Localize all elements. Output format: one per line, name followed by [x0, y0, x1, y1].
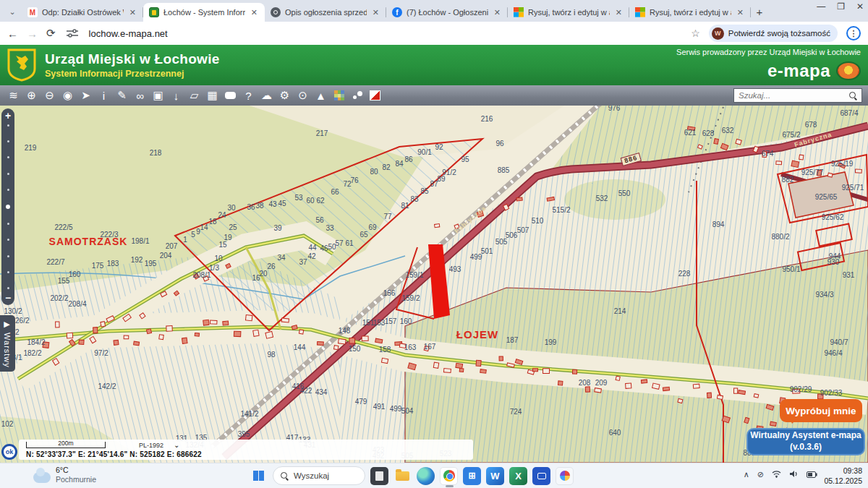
tab-close-icon[interactable]: ✕: [128, 8, 137, 17]
svg-text:25: 25: [229, 223, 237, 231]
tool-settings-icon[interactable]: ⚙: [276, 87, 294, 104]
zoom-control[interactable]: + −: [1, 108, 14, 305]
window-close-button[interactable]: ✕: [856, 1, 864, 12]
svg-text:SAMOTRZASK: SAMOTRZASK: [49, 236, 128, 247]
svg-text:902/33: 902/33: [820, 389, 843, 397]
identity-confirm-pill[interactable]: W Potwierdź swoją tożsamość: [709, 25, 838, 42]
battery-icon[interactable]: [807, 471, 817, 479]
tool-search-tool-icon[interactable]: ⊙: [294, 87, 312, 104]
tool-pin-icon[interactable]: ↓: [167, 87, 185, 104]
back-button[interactable]: ←: [7, 27, 18, 40]
browser-tab-4[interactable]: Rysuj, twórz i edytuj w apl✕: [508, 3, 629, 22]
tool-pointer-icon[interactable]: ➤: [77, 87, 95, 104]
site-header: Urząd Miejski w Łochowie System Informac…: [0, 45, 868, 85]
file-explorer-icon[interactable]: [393, 467, 412, 485]
tool-select-area-icon[interactable]: ◉: [59, 87, 77, 104]
tab-close-icon[interactable]: ✕: [736, 8, 745, 17]
tool-north-arrow-icon[interactable]: ▲: [312, 87, 330, 104]
bookmark-star-icon[interactable]: ☆: [691, 27, 700, 39]
crs-label: PL-1992: [139, 442, 163, 449]
edge-browser-icon[interactable]: [417, 467, 435, 485]
clock-time: 09:38: [843, 466, 862, 475]
excel-app-icon[interactable]: X: [509, 467, 527, 485]
svg-text:184/2: 184/2: [27, 338, 45, 346]
crs-dropdown-icon[interactable]: ⌄: [174, 441, 179, 449]
map-viewport[interactable]: FabrycznaFabryczna886 219218217216976969…: [0, 106, 868, 463]
tab-close-icon[interactable]: ✕: [614, 8, 624, 17]
tool-zoom-out-icon[interactable]: ⊖: [41, 87, 59, 104]
taskbar-search[interactable]: Wyszukaj: [273, 466, 365, 485]
zoom-out-button[interactable]: −: [5, 294, 11, 302]
notepad-app-icon[interactable]: [370, 467, 388, 485]
virtual-assistant-button[interactable]: Wirtualny Asystent e-mapa (v.0.3.6): [746, 428, 865, 455]
tab-list-chevron-icon[interactable]: ⌄: [3, 4, 22, 20]
tool-theme-colors-icon[interactable]: [330, 87, 348, 104]
blue-app-icon[interactable]: [532, 467, 550, 485]
tab-close-icon[interactable]: ✕: [250, 8, 259, 17]
forward-button[interactable]: →: [27, 27, 38, 40]
browser-menu-icon[interactable]: ⋮: [846, 26, 861, 40]
svg-text:183: 183: [107, 260, 119, 267]
zoom-in-button[interactable]: +: [5, 111, 11, 120]
svg-text:159/1: 159/1: [405, 271, 423, 279]
tool-zoom-in-icon[interactable]: ⊕: [22, 87, 41, 104]
weather-widget[interactable]: 6°C Pochmurnie: [33, 466, 96, 484]
paint-app-icon[interactable]: [556, 467, 574, 485]
svg-text:207: 207: [166, 242, 178, 250]
chrome-browser-icon[interactable]: [440, 467, 458, 485]
tool-link-icon[interactable]: ∞: [131, 87, 149, 104]
browser-tab-0[interactable]: MOdp: Działki Ostrówek Wę✕: [22, 3, 143, 22]
tool-copy-view-icon[interactable]: ▱: [185, 87, 203, 104]
microsoft-store-icon[interactable]: ⊞: [463, 467, 481, 485]
svg-text:687/4: 687/4: [840, 109, 858, 117]
cadastral-map[interactable]: FabrycznaFabryczna886 219218217216976969…: [0, 106, 868, 463]
browser-tab-2[interactable]: Opis ogłoszenia sprzedazy✕: [265, 3, 386, 22]
start-button[interactable]: [250, 467, 268, 485]
window-maximize-button[interactable]: ❐: [837, 1, 845, 12]
tool-info-icon[interactable]: i: [95, 87, 113, 104]
tab-close-icon[interactable]: ✕: [493, 8, 502, 17]
tray-chevron-icon[interactable]: ∧: [744, 470, 749, 479]
tool-panels-icon[interactable]: ▦: [203, 87, 221, 104]
svg-text:148: 148: [339, 327, 351, 335]
word-app-icon[interactable]: W: [486, 467, 504, 485]
tool-comment-icon[interactable]: [221, 87, 239, 104]
svg-text:208: 208: [579, 379, 591, 387]
reload-button[interactable]: ⟳: [46, 27, 56, 40]
svg-text:10: 10: [214, 254, 223, 262]
tool-print-icon[interactable]: ▣: [149, 87, 167, 104]
taskbar-clock[interactable]: 09:38 05.12.2025: [824, 466, 862, 486]
site-info-icon[interactable]: [64, 27, 80, 39]
do-not-disturb-icon[interactable]: ⊘: [757, 470, 764, 479]
browser-tab-3[interactable]: f(7) Łochów - Ogłoszenia |✕: [386, 3, 508, 22]
url-text[interactable]: lochow.e-mapa.net: [89, 28, 683, 39]
assistant-try-button[interactable]: Wypróbuj mnie: [780, 399, 862, 422]
tab-close-icon[interactable]: ✕: [371, 8, 380, 17]
svg-text:501: 501: [481, 247, 493, 255]
tool-help-icon[interactable]: ?: [239, 87, 258, 104]
map-search-input[interactable]: Szukaj...: [733, 88, 862, 103]
tool-measure-icon[interactable]: ✎: [113, 87, 131, 104]
browser-tab-1[interactable]: Łochów - System Informac✕: [143, 3, 265, 22]
zoom-slider[interactable]: [6, 120, 10, 294]
svg-text:946/4: 946/4: [824, 349, 842, 357]
wifi-icon[interactable]: [772, 470, 781, 479]
volume-icon[interactable]: [789, 470, 799, 479]
layers-panel-tab[interactable]: ▶ Warstwy: [0, 315, 15, 372]
tool-layers-icon[interactable]: ≋: [4, 87, 22, 104]
svg-text:60: 60: [306, 197, 315, 205]
svg-text:30: 30: [227, 204, 236, 212]
browser-tab-5[interactable]: Rysuj, twórz i edytuj w apl✕: [629, 3, 751, 22]
svg-text:26: 26: [267, 262, 276, 270]
tool-cloud-download-icon[interactable]: ☁: [258, 87, 276, 104]
svg-text:65: 65: [359, 231, 368, 239]
tool-share-icon[interactable]: [348, 87, 366, 104]
svg-text:37: 37: [299, 258, 307, 266]
new-tab-button[interactable]: +: [751, 3, 768, 20]
window-minimize-button[interactable]: —: [817, 1, 825, 12]
ok-button[interactable]: ok: [1, 444, 17, 460]
weather-desc: Pochmurnie: [56, 475, 96, 484]
svg-text:1: 1: [183, 236, 187, 244]
tool-warning-flag-icon[interactable]: [366, 87, 384, 104]
tab-label: Odp: Działki Ostrówek Wę: [42, 8, 124, 17]
